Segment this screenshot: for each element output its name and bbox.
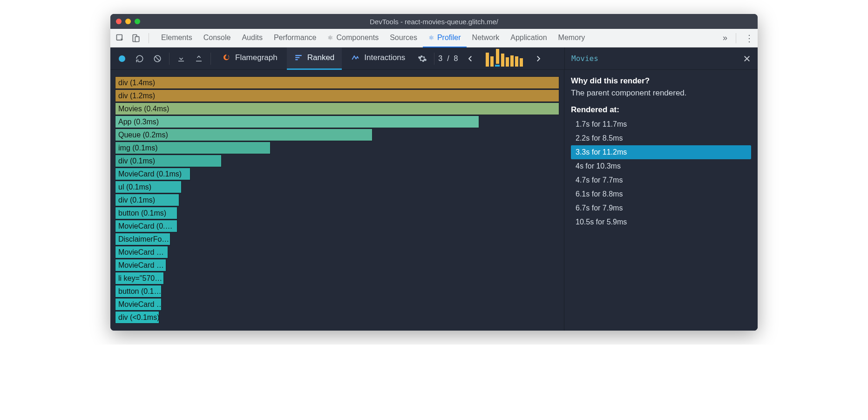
render-time-item[interactable]: 10.5s for 5.9ms: [571, 215, 751, 229]
ranked-bar[interactable]: img (0.1ms): [115, 142, 271, 154]
close-window-button[interactable]: [116, 19, 122, 24]
render-time-item[interactable]: 4s for 10.3ms: [571, 159, 751, 173]
render-time-item[interactable]: 2.2s for 8.5ms: [571, 131, 751, 145]
ranked-bar[interactable]: button (0.1…: [115, 285, 162, 298]
ranked-bar-label: MovieCard …: [118, 248, 164, 257]
ranked-bar-label: App (0.3ms): [118, 118, 159, 126]
clear-button[interactable]: [149, 50, 165, 68]
maximize-window-button[interactable]: [135, 19, 140, 24]
record-button[interactable]: [114, 50, 130, 68]
commit-bar[interactable]: [501, 54, 504, 67]
tab-performance[interactable]: Performance: [268, 29, 322, 47]
tab-application[interactable]: Application: [505, 29, 552, 47]
next-commit-button[interactable]: [530, 50, 546, 68]
tab-label: Sources: [390, 34, 417, 42]
tab-interactions[interactable]: Interactions: [344, 47, 413, 70]
tab-flamegraph[interactable]: Flamegraph: [215, 47, 285, 70]
render-time-item[interactable]: 1.7s for 11.7ms: [571, 117, 751, 131]
ranked-bar[interactable]: li key="570…: [115, 272, 164, 285]
react-atom-icon: ⚛: [428, 34, 434, 41]
tab-label: Console: [203, 34, 231, 42]
ranked-bar-label: Movies (0.4ms): [118, 105, 169, 113]
tab-profiler[interactable]: ⚛Profiler: [423, 29, 467, 47]
react-atom-icon: ⚛: [327, 34, 333, 41]
commit-bar[interactable]: [490, 56, 494, 67]
ranked-bar[interactable]: App (0.3ms): [115, 115, 479, 128]
ranked-bar[interactable]: div (0.1ms): [115, 155, 222, 167]
ranked-bar-row: button (0.1…: [115, 285, 559, 298]
ranked-bar-label: button (0.1…: [118, 287, 162, 296]
reload-button[interactable]: [132, 50, 148, 68]
tab-memory[interactable]: Memory: [553, 29, 591, 47]
devtools-tabstrip: ElementsConsoleAuditsPerformance⚛Compone…: [110, 29, 758, 47]
commit-bar[interactable]: [506, 57, 509, 67]
ranked-bar[interactable]: div (1.2ms): [115, 89, 559, 102]
ranked-bar[interactable]: ul (0.1ms): [115, 181, 182, 193]
ranked-bar[interactable]: MovieCard …: [115, 259, 166, 271]
why-render-heading: Why did this render?: [571, 76, 751, 86]
ranked-bar-row: MovieCard (0.1ms): [115, 168, 559, 180]
titlebar: DevTools - react-movies-queue.glitch.me/: [110, 14, 758, 29]
tab-audits[interactable]: Audits: [236, 29, 268, 47]
ranked-bar[interactable]: DisclaimerFo…: [115, 233, 170, 245]
ranked-bar[interactable]: MovieCard …: [115, 246, 168, 258]
commit-selected-marker: [495, 65, 500, 67]
render-time-item[interactable]: 6.7s for 7.9ms: [571, 201, 751, 215]
ranked-bar[interactable]: MovieCard (0.1ms): [115, 168, 190, 180]
ranked-bar[interactable]: Movies (0.4ms): [115, 102, 559, 115]
commit-bar[interactable]: [496, 49, 499, 64]
tab-elements[interactable]: Elements: [156, 29, 198, 47]
ranked-bar-row: App (0.3ms): [115, 115, 559, 128]
ranked-bar[interactable]: MovieCard …: [115, 298, 162, 311]
ranked-bar-row: MovieCard …: [115, 298, 559, 311]
overflow-chevron-icon[interactable]: »: [723, 33, 727, 43]
profiler-body: div (1.4ms)div (1.2ms)Movies (0.4ms)App …: [110, 70, 758, 331]
prev-commit-button[interactable]: [462, 50, 478, 68]
tab-components[interactable]: ⚛Components: [322, 29, 384, 47]
tab-network[interactable]: Network: [467, 29, 505, 47]
ranked-bar-label: div (1.2ms): [118, 92, 155, 100]
export-button[interactable]: [191, 50, 207, 68]
ranked-bar[interactable]: Queue (0.2ms): [115, 129, 373, 141]
render-time-item[interactable]: 3.3s for 11.2ms: [571, 145, 751, 159]
commit-navigator: 3 / 8: [438, 50, 546, 68]
commit-total: 8: [454, 54, 458, 63]
minimize-window-button[interactable]: [125, 19, 131, 24]
ranked-bar-row: div (<0.1ms): [115, 311, 559, 324]
ranked-bar-label: div (0.1ms): [118, 196, 155, 204]
settings-button[interactable]: [414, 50, 430, 68]
kebab-menu-icon[interactable]: ⋮: [745, 33, 754, 44]
render-time-item[interactable]: 6.1s for 8.8ms: [571, 187, 751, 201]
commit-current: 3: [438, 54, 442, 63]
rendered-at-heading: Rendered at:: [571, 105, 751, 115]
tab-ranked[interactable]: Ranked: [287, 47, 342, 70]
selected-component-name: Movies: [571, 54, 598, 63]
commit-bar[interactable]: [515, 56, 518, 67]
ranked-bar-label: MovieCard (0.…: [118, 222, 172, 230]
device-toolbar-icon[interactable]: [130, 32, 142, 44]
ranked-bar[interactable]: div (0.1ms): [115, 194, 179, 206]
commit-bar[interactable]: [486, 53, 489, 67]
ranked-bar[interactable]: MovieCard (0.…: [115, 220, 177, 232]
import-button[interactable]: [173, 50, 189, 68]
inspect-element-icon[interactable]: [114, 32, 126, 44]
commit-bar[interactable]: [520, 58, 523, 67]
ranked-bar-label: MovieCard …: [118, 300, 162, 309]
commit-bar[interactable]: [510, 55, 514, 67]
ranked-bar[interactable]: button (0.1ms): [115, 207, 177, 219]
close-side-panel-button[interactable]: [743, 54, 751, 63]
ranked-bar-row: DisclaimerFo…: [115, 233, 559, 245]
ranked-bar-row: ul (0.1ms): [115, 181, 559, 193]
ranked-bar-row: MovieCard (0.…: [115, 220, 559, 232]
tab-sources[interactable]: Sources: [384, 29, 423, 47]
ranked-bar-label: button (0.1ms): [118, 209, 166, 217]
ranked-bar[interactable]: div (1.4ms): [115, 76, 559, 89]
tab-label: Network: [472, 34, 500, 42]
ranked-bar-row: MovieCard …: [115, 246, 559, 258]
commit-bar-chart[interactable]: [486, 51, 523, 67]
tab-label: Performance: [274, 34, 317, 42]
ranked-bar[interactable]: div (<0.1ms): [115, 311, 159, 324]
tab-console[interactable]: Console: [198, 29, 237, 47]
render-time-item[interactable]: 4.7s for 7.7ms: [571, 173, 751, 187]
svg-rect-4: [178, 61, 184, 61]
